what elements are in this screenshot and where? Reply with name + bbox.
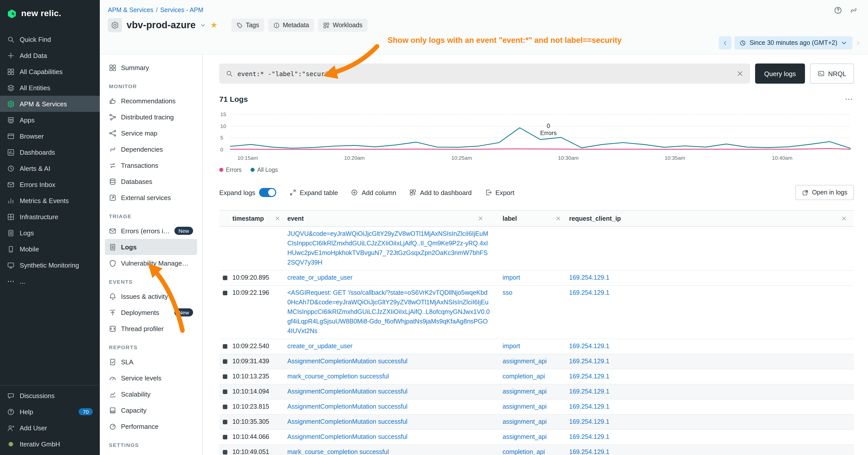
subnav-item-thread-profiler[interactable]: Thread profiler xyxy=(105,321,197,336)
sidebar-item-all-capabilities[interactable]: All Capabilities xyxy=(0,64,100,79)
subnav-item-external-services[interactable]: External services xyxy=(105,190,197,205)
subnav-item-performance[interactable]: Performance xyxy=(105,418,197,434)
log-label-link[interactable]: assignment_api xyxy=(502,418,547,425)
sidebar-item-synthetic-monitoring[interactable]: Synthetic Monitoring xyxy=(0,257,100,273)
expand-table-button[interactable]: Expand table xyxy=(289,189,338,196)
sidebar-item-alerts-ai[interactable]: Alerts & AI xyxy=(0,160,100,176)
column-header-event[interactable]: event xyxy=(287,210,501,226)
subnav-item-errors-errors-inb[interactable]: Errors (errors inb...New xyxy=(105,223,197,239)
row-select-icon[interactable] xyxy=(223,450,227,455)
remove-column-icon[interactable] xyxy=(478,216,491,221)
log-label-link[interactable]: assignment_api xyxy=(502,388,547,395)
logs-timeseries-chart[interactable]: 05101510:15am10:20am10:25am10:30am10:35a… xyxy=(219,110,854,163)
permalink-icon[interactable] xyxy=(849,6,858,14)
sidebar-item-browser[interactable]: Browser xyxy=(0,128,100,144)
log-event-link[interactable]: AssignmentCompletionMutation successful xyxy=(287,417,491,427)
log-event-link[interactable]: <ASGIRequest: GET '/sso/callback/?state=… xyxy=(287,288,491,336)
log-event-link[interactable]: mark_course_completion successful xyxy=(287,372,491,382)
subnav-item-recommendations[interactable]: Recommendations xyxy=(105,93,197,109)
log-event-link[interactable]: create_or_update_user xyxy=(287,342,491,351)
row-select-icon[interactable] xyxy=(223,344,227,349)
log-row[interactable]: 10:10:49.051mark_course_completion succe… xyxy=(219,445,854,455)
log-event-link[interactable]: mark_course_completion successful xyxy=(287,448,491,455)
log-row[interactable]: 10:09:20.895create_or_update_userimport1… xyxy=(219,270,854,286)
search-input[interactable] xyxy=(238,70,732,77)
breadcrumb-services-apm[interactable]: Services - APM xyxy=(160,6,204,13)
log-ip-link[interactable]: 169.254.129.1 xyxy=(569,433,610,441)
help-circle-icon[interactable] xyxy=(834,6,842,14)
row-select-icon[interactable] xyxy=(223,291,227,295)
remove-column-icon[interactable] xyxy=(841,216,854,221)
subnav-item-scalability[interactable]: Scalability xyxy=(105,386,197,402)
logs-options-icon[interactable]: ⋯ xyxy=(845,97,854,101)
subnav-item-deployments[interactable]: DeploymentsNew xyxy=(105,304,197,321)
log-label-link[interactable]: import xyxy=(502,343,520,350)
sidebar-item-all-entities[interactable]: All Entities xyxy=(0,79,100,96)
log-row[interactable]: 10:09:31.439AssignmentCompletionMutation… xyxy=(219,354,854,369)
subnav-item-issues-activity[interactable]: Issues & activity xyxy=(105,288,197,304)
favorite-star-icon[interactable]: ★ xyxy=(211,21,218,29)
legend-item-errors[interactable]: Errors xyxy=(219,167,242,173)
log-row[interactable]: 10:10:23.815AssignmentCompletionMutation… xyxy=(219,399,854,415)
subnav-item-sla[interactable]: SLA xyxy=(105,354,197,370)
metadata-button[interactable]: Metadata xyxy=(268,19,314,32)
log-event-link[interactable]: AssignmentCompletionMutation successful xyxy=(287,387,491,396)
sidebar-item-item[interactable]: ... xyxy=(0,273,100,289)
log-label-link[interactable]: completion_api xyxy=(502,373,545,380)
log-event-link[interactable]: AssignmentCompletionMutation successful xyxy=(287,402,491,412)
row-select-icon[interactable] xyxy=(223,359,227,364)
sidebar-item-logs[interactable]: Logs xyxy=(0,225,100,241)
subnav-item-distributed-tracing[interactable]: Distributed tracing xyxy=(105,109,197,125)
log-ip-link[interactable]: 169.254.129.1 xyxy=(569,403,610,410)
log-row[interactable]: 10:10:14.094AssignmentCompletionMutation… xyxy=(219,385,854,399)
log-ip-link[interactable]: 169.254.129.1 xyxy=(569,289,610,296)
time-back-button[interactable] xyxy=(719,36,732,50)
sidebar-item-dashboards[interactable]: Dashboards xyxy=(0,144,100,160)
log-row[interactable]: JUQVU&code=eyJraWQiOiJjcGltY29yZV8wOTl1M… xyxy=(219,227,854,270)
subnav-item-transactions[interactable]: Transactions xyxy=(105,157,197,173)
sidebar-item-add-data[interactable]: Add Data xyxy=(0,47,100,64)
time-picker[interactable]: Since 30 minutes ago (GMT+2) xyxy=(735,36,852,50)
breadcrumb-apm-services[interactable]: APM & Services xyxy=(108,6,154,13)
time-forward-button[interactable] xyxy=(856,40,861,45)
tags-button[interactable]: Tags xyxy=(231,19,264,32)
log-ip-link[interactable]: 169.254.129.1 xyxy=(569,343,610,350)
open-in-logs-button[interactable]: Open in logs xyxy=(796,185,854,200)
sidebar-item-apps[interactable]: Apps xyxy=(0,112,100,128)
subnav-item-dependencies[interactable]: Dependencies xyxy=(105,141,197,157)
log-row[interactable]: 10:10:35.305AssignmentCompletionMutation… xyxy=(219,415,854,430)
legend-item-all-logs[interactable]: All Logs xyxy=(251,167,278,173)
row-select-icon[interactable] xyxy=(223,390,227,394)
log-ip-link[interactable]: 169.254.129.1 xyxy=(569,449,610,455)
log-event-link[interactable]: AssignmentCompletionMutation successful xyxy=(287,357,491,366)
newrelic-logo[interactable]: new relic. xyxy=(0,0,100,27)
row-select-icon[interactable] xyxy=(223,375,227,379)
sidebar-item-metrics-events[interactable]: Metrics & Events xyxy=(0,193,100,208)
subnav-item-logs[interactable]: Logs xyxy=(105,239,197,255)
log-label-link[interactable]: import xyxy=(502,274,520,281)
log-event-link[interactable]: AssignmentCompletionMutation successful xyxy=(287,432,491,442)
row-select-icon[interactable] xyxy=(223,404,227,409)
row-select-icon[interactable] xyxy=(223,275,227,280)
log-ip-link[interactable]: 169.254.129.1 xyxy=(569,358,610,365)
query-logs-button[interactable]: Query logs xyxy=(755,64,805,84)
nrql-button[interactable]: NRQL xyxy=(810,64,854,84)
sidebar-item-discussions[interactable]: Discussions xyxy=(0,388,100,403)
export-button[interactable]: Export xyxy=(485,189,515,196)
subnav-item-databases[interactable]: Databases xyxy=(105,173,197,190)
log-label-link[interactable]: assignment_api xyxy=(502,358,547,365)
subnav-item-summary[interactable]: Summary xyxy=(105,60,197,75)
log-row[interactable]: 10:10:44.066AssignmentCompletionMutation… xyxy=(219,430,854,445)
subnav-item-capacity[interactable]: Capacity xyxy=(105,402,197,418)
subnav-item-vulnerability-management[interactable]: Vulnerability Management xyxy=(105,255,197,271)
sidebar-item-help[interactable]: Help70 xyxy=(0,403,100,420)
log-ip-link[interactable]: 169.254.129.1 xyxy=(569,418,610,425)
log-row[interactable]: 10:09:22.196<ASGIRequest: GET '/sso/call… xyxy=(219,286,854,339)
log-ip-link[interactable]: 169.254.129.1 xyxy=(569,388,610,395)
log-label-link[interactable]: sso xyxy=(502,289,513,296)
remove-column-icon[interactable] xyxy=(556,216,568,221)
sidebar-item-add-user[interactable]: Add User xyxy=(0,420,100,436)
column-header-request-client-ip[interactable]: request_client_ip xyxy=(568,210,854,226)
column-header-timestamp[interactable]: timestamp xyxy=(219,210,287,226)
column-header-label[interactable]: label xyxy=(501,210,568,226)
